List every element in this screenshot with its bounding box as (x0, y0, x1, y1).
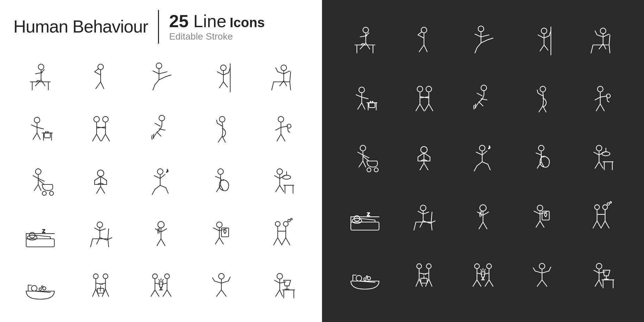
svg-line-384 (597, 221, 601, 228)
right-panel: ♪ (322, 0, 644, 322)
svg-line-324 (477, 162, 482, 166)
svg-text:♪: ♪ (166, 167, 168, 174)
icon-leaning-tired (191, 54, 252, 106)
svg-line-38 (290, 82, 290, 90)
svg-line-252 (544, 45, 548, 50)
svg-line-227 (366, 33, 369, 36)
svg-point-379 (603, 205, 607, 209)
svg-point-31 (281, 65, 287, 71)
svg-line-236 (424, 45, 427, 52)
svg-line-422 (477, 280, 481, 286)
svg-line-186 (105, 289, 109, 297)
svg-line-292 (537, 90, 538, 93)
icon-couple-close (252, 211, 312, 263)
svg-line-199 (151, 290, 155, 296)
dark-icon-bending-sick (453, 72, 513, 131)
dark-icon-sink-together (394, 250, 453, 309)
svg-line-337 (594, 152, 599, 155)
svg-line-239 (475, 34, 481, 37)
svg-point-275 (417, 86, 423, 92)
svg-line-17 (153, 71, 159, 74)
svg-point-245 (541, 28, 547, 34)
dark-icon-with-baby (572, 72, 631, 131)
dark-icon-relaxing-chair (394, 191, 453, 250)
svg-line-12 (95, 68, 99, 72)
svg-line-432 (542, 280, 547, 286)
svg-line-39 (290, 72, 290, 82)
svg-line-19 (155, 80, 159, 85)
svg-line-60 (97, 134, 101, 141)
svg-line-242 (481, 40, 488, 43)
svg-line-244 (475, 48, 477, 53)
dark-icon-sitting-reading (572, 13, 631, 72)
svg-line-373 (534, 211, 540, 214)
svg-line-33 (278, 72, 284, 74)
svg-line-61 (101, 134, 105, 141)
svg-line-357 (423, 212, 429, 214)
svg-line-79 (281, 134, 285, 141)
svg-line-235 (419, 45, 424, 52)
svg-point-80 (36, 169, 41, 174)
dark-icon-nail-biting (394, 13, 453, 72)
svg-point-397 (417, 264, 421, 268)
svg-line-11 (95, 72, 101, 75)
svg-line-423 (485, 280, 489, 286)
svg-line-419 (481, 269, 482, 271)
dark-icon-phone-heart (513, 191, 572, 250)
svg-line-110 (215, 176, 221, 178)
svg-line-34 (276, 68, 278, 72)
svg-rect-272 (369, 103, 375, 107)
svg-point-175 (93, 274, 98, 278)
svg-line-208 (213, 278, 215, 281)
dark-icon-sleeping: Z (335, 191, 394, 250)
svg-line-405 (416, 279, 419, 286)
svg-line-376 (536, 221, 540, 227)
svg-line-35 (284, 71, 290, 74)
icon-hugging (70, 106, 131, 158)
svg-text:Z: Z (367, 212, 370, 217)
svg-line-207 (228, 277, 230, 281)
svg-line-29 (219, 82, 223, 88)
svg-line-115 (274, 176, 280, 178)
svg-point-63 (159, 115, 165, 121)
svg-line-293 (539, 106, 543, 112)
svg-line-86 (38, 180, 44, 184)
svg-line-162 (278, 237, 282, 245)
svg-line-30 (223, 82, 227, 87)
svg-line-267 (356, 95, 362, 97)
svg-line-104 (152, 189, 155, 195)
svg-line-234 (418, 32, 422, 35)
svg-line-47 (33, 133, 37, 139)
svg-point-23 (221, 65, 226, 71)
svg-line-383 (593, 221, 597, 228)
svg-point-73 (278, 116, 284, 122)
svg-point-388 (610, 202, 611, 203)
icon-nail-biting (70, 54, 131, 106)
svg-point-237 (478, 26, 484, 32)
svg-line-310 (363, 161, 366, 167)
editable-label: Editable Stroke (169, 31, 265, 42)
svg-line-72 (222, 136, 225, 142)
svg-line-5 (41, 70, 44, 72)
dark-icon-eating-desk (335, 13, 394, 72)
dark-icon-stroller (335, 131, 394, 191)
svg-line-286 (477, 93, 482, 96)
icon-sink-together (70, 263, 131, 315)
svg-line-421 (473, 280, 477, 286)
svg-point-222 (363, 27, 369, 33)
icon-head-down-sad (70, 158, 131, 211)
svg-line-351 (360, 218, 375, 220)
count-label: 25 Line (169, 12, 226, 31)
svg-line-75 (276, 127, 281, 130)
svg-point-253 (600, 28, 606, 34)
svg-line-210 (221, 290, 226, 296)
svg-line-135 (100, 229, 106, 231)
icon-toasting (131, 263, 191, 315)
svg-line-97 (101, 186, 105, 193)
icon-stroller (10, 158, 70, 211)
svg-line-147 (157, 239, 161, 246)
svg-line-140 (91, 239, 93, 247)
svg-point-211 (277, 273, 283, 279)
svg-point-307 (374, 168, 378, 172)
svg-line-240 (481, 35, 489, 37)
